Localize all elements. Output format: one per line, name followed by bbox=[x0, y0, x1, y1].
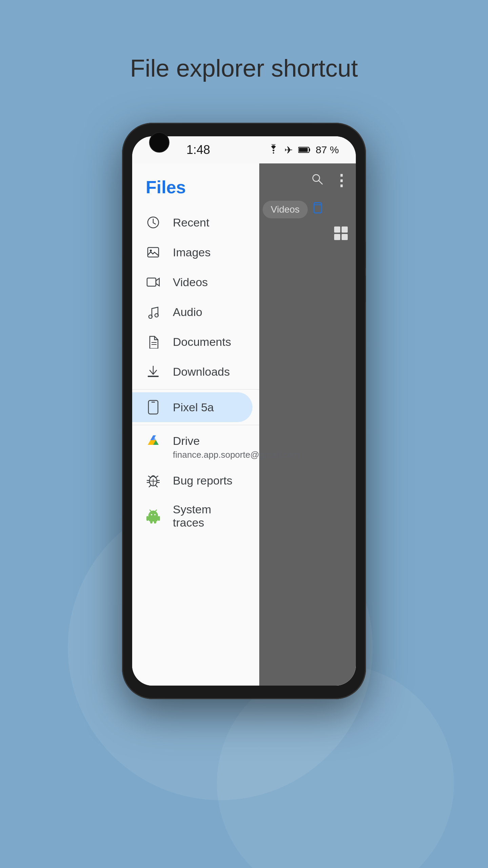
nav-item-pixel5a[interactable]: Pixel 5a bbox=[132, 392, 252, 422]
tab-videos[interactable]: Videos bbox=[263, 201, 308, 218]
status-time: 1:48 bbox=[186, 143, 210, 157]
svg-rect-5 bbox=[148, 248, 159, 257]
nav-label-system-traces: System traces bbox=[173, 503, 239, 529]
divider-2 bbox=[132, 425, 259, 425]
nav-item-videos[interactable]: Videos bbox=[132, 267, 252, 297]
grid-view-icon[interactable] bbox=[333, 225, 349, 243]
battery-text: 87 % bbox=[316, 144, 339, 156]
nav-item-bug-reports[interactable]: Bug reports bbox=[132, 466, 252, 495]
wifi-icon bbox=[268, 144, 279, 156]
nav-label-audio: Audio bbox=[173, 305, 202, 319]
svg-rect-35 bbox=[334, 234, 340, 240]
nav-label-images: Images bbox=[173, 246, 211, 259]
svg-rect-7 bbox=[147, 278, 156, 286]
nav-item-drive[interactable]: Drive finance.app.soporte@gmail.com bbox=[132, 428, 259, 466]
nav-label-drive: Drive bbox=[173, 434, 200, 448]
nav-label-documents: Documents bbox=[173, 335, 231, 349]
svg-rect-28 bbox=[150, 521, 152, 524]
divider-1 bbox=[132, 389, 259, 390]
more-icon[interactable]: ⋮ bbox=[333, 171, 349, 190]
battery-icon bbox=[298, 144, 310, 156]
bug-icon bbox=[146, 473, 161, 488]
svg-point-22 bbox=[151, 514, 152, 515]
svg-rect-34 bbox=[342, 226, 348, 233]
svg-point-30 bbox=[313, 175, 320, 181]
svg-point-6 bbox=[150, 250, 152, 252]
screen: 1:48 ✈ bbox=[132, 136, 356, 686]
svg-rect-3 bbox=[299, 148, 308, 152]
phone-icon bbox=[146, 400, 161, 415]
svg-rect-2 bbox=[309, 149, 310, 151]
nav-item-system-traces[interactable]: System traces bbox=[132, 495, 252, 537]
search-icon[interactable] bbox=[311, 173, 323, 188]
svg-point-0 bbox=[273, 152, 274, 154]
svg-line-31 bbox=[319, 181, 322, 184]
nav-item-documents[interactable]: Documents bbox=[132, 327, 252, 357]
page-title: File explorer shortcut bbox=[130, 54, 358, 82]
svg-point-21 bbox=[148, 511, 158, 519]
nav-item-recent[interactable]: Recent bbox=[132, 208, 252, 237]
nav-item-downloads[interactable]: Downloads bbox=[132, 357, 252, 387]
sidebar-title: Files bbox=[146, 177, 186, 197]
nav-item-images[interactable]: Images bbox=[132, 237, 252, 267]
nav-label-downloads: Downloads bbox=[173, 365, 230, 378]
sidebar-header: Files bbox=[132, 163, 259, 204]
android-icon bbox=[146, 509, 161, 524]
svg-rect-36 bbox=[342, 234, 348, 240]
right-panel: ⋮ Videos bbox=[259, 163, 356, 686]
svg-rect-32 bbox=[314, 203, 321, 213]
svg-rect-27 bbox=[158, 516, 160, 521]
nav-label-pixel5a: Pixel 5a bbox=[173, 401, 214, 414]
svg-line-24 bbox=[150, 510, 151, 511]
phone-frame: 1:48 ✈ bbox=[122, 123, 366, 699]
clock-icon bbox=[146, 215, 161, 230]
svg-line-25 bbox=[155, 510, 157, 511]
image-icon bbox=[146, 245, 161, 260]
tabs-row: Videos bbox=[259, 197, 356, 222]
airplane-icon: ✈ bbox=[284, 144, 293, 156]
status-icons: ✈ 87 % bbox=[268, 144, 339, 156]
download-icon bbox=[146, 364, 161, 379]
nav-label-recent: Recent bbox=[173, 216, 209, 229]
volume-buttons bbox=[365, 241, 366, 302]
music-icon bbox=[146, 304, 161, 319]
svg-rect-12 bbox=[148, 376, 159, 377]
svg-rect-26 bbox=[146, 516, 148, 521]
sidebar: Files Recent bbox=[132, 163, 259, 686]
camera-hole bbox=[149, 132, 169, 153]
drive-icon bbox=[146, 433, 161, 448]
svg-rect-33 bbox=[334, 226, 340, 233]
sidebar-nav: Recent Images bbox=[132, 204, 259, 686]
app-content: Files Recent bbox=[132, 163, 356, 686]
right-panel-header: ⋮ bbox=[259, 163, 356, 197]
grid-icon-area bbox=[259, 222, 356, 246]
nav-label-bug-reports: Bug reports bbox=[173, 474, 232, 487]
nav-item-audio[interactable]: Audio bbox=[132, 297, 252, 327]
svg-point-23 bbox=[154, 514, 156, 515]
nav-sublabel-drive: finance.app.soporte@gmail.com bbox=[146, 450, 246, 460]
video-icon bbox=[146, 275, 161, 290]
nav-label-videos: Videos bbox=[173, 276, 208, 289]
document-icon bbox=[146, 334, 161, 349]
svg-rect-29 bbox=[154, 521, 156, 524]
